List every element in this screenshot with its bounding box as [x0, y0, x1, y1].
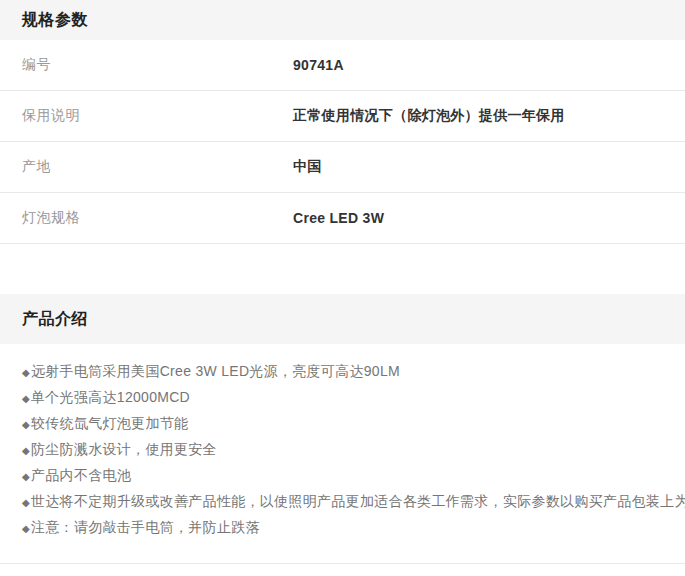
- spec-section-title: 规格参数: [22, 10, 88, 31]
- list-item: ◆防尘防溅水设计，使用更安全: [22, 437, 675, 463]
- intro-bullet-list: ◆远射手电筒采用美国Cree 3W LED光源，亮度可高达90LM ◆单个光强高…: [0, 344, 685, 541]
- diamond-bullet-icon: ◆: [22, 523, 30, 534]
- diamond-bullet-icon: ◆: [22, 393, 30, 404]
- diamond-bullet-icon: ◆: [22, 445, 30, 456]
- spec-row-label: 灯泡规格: [22, 209, 293, 227]
- bullet-text: 远射手电筒采用美国Cree 3W LED光源，亮度可高达90LM: [31, 363, 400, 379]
- intro-section-title: 产品介绍: [22, 309, 88, 330]
- table-row: 保用说明 正常使用情况下（除灯泡外）提供一年保用: [0, 91, 685, 142]
- spec-row-label: 产地: [22, 158, 293, 176]
- diamond-bullet-icon: ◆: [22, 471, 30, 482]
- diamond-bullet-icon: ◆: [22, 497, 30, 508]
- intro-section-header: 产品介绍: [0, 294, 685, 344]
- list-item: ◆单个光强高达12000MCD: [22, 385, 675, 411]
- diamond-bullet-icon: ◆: [22, 419, 30, 430]
- bullet-text: 产品内不含电池: [31, 467, 131, 483]
- bullet-text: 防尘防溅水设计，使用更安全: [31, 441, 217, 457]
- list-item: ◆注意：请勿敲击手电筒，并防止跌落: [22, 515, 675, 541]
- list-item: ◆远射手电筒采用美国Cree 3W LED光源，亮度可高达90LM: [22, 359, 675, 385]
- bottom-divider: [0, 563, 685, 564]
- spec-row-value: 90741A: [293, 57, 344, 73]
- bullet-text: 单个光强高达12000MCD: [31, 389, 190, 405]
- spec-table: 编号 90741A 保用说明 正常使用情况下（除灯泡外）提供一年保用 产地 中国…: [0, 40, 685, 244]
- spec-row-label: 编号: [22, 56, 293, 74]
- bullet-text: 注意：请勿敲击手电筒，并防止跌落: [31, 519, 260, 535]
- table-row: 产地 中国: [0, 142, 685, 193]
- bullet-text: 世达将不定期升级或改善产品性能，以使照明产品更加适合各类工作需求，实际参数以购买…: [31, 493, 685, 509]
- spec-section-header: 规格参数: [0, 0, 685, 40]
- list-item: ◆世达将不定期升级或改善产品性能，以使照明产品更加适合各类工作需求，实际参数以购…: [22, 489, 675, 515]
- list-item: ◆产品内不含电池: [22, 463, 675, 489]
- list-item: ◆较传统氙气灯泡更加节能: [22, 411, 675, 437]
- spec-section: 规格参数 编号 90741A 保用说明 正常使用情况下（除灯泡外）提供一年保用 …: [0, 0, 685, 244]
- spec-row-value: Cree LED 3W: [293, 210, 384, 226]
- diamond-bullet-icon: ◆: [22, 367, 30, 378]
- spec-row-label: 保用说明: [22, 107, 293, 125]
- intro-section: 产品介绍 ◆远射手电筒采用美国Cree 3W LED光源，亮度可高达90LM ◆…: [0, 294, 685, 564]
- table-row: 编号 90741A: [0, 40, 685, 91]
- product-detail-page: 规格参数 编号 90741A 保用说明 正常使用情况下（除灯泡外）提供一年保用 …: [0, 0, 685, 576]
- spec-row-value: 中国: [293, 158, 322, 176]
- spec-row-value: 正常使用情况下（除灯泡外）提供一年保用: [293, 107, 565, 125]
- table-row: 灯泡规格 Cree LED 3W: [0, 193, 685, 244]
- bullet-text: 较传统氙气灯泡更加节能: [31, 415, 188, 431]
